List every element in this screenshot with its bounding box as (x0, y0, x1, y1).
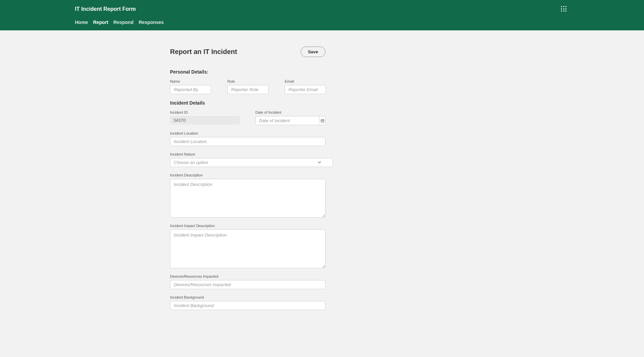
label-description: Incident Description (170, 173, 326, 177)
personal-details-row: Name Role Email (170, 79, 326, 94)
nav-tabs: Home Report Respond Responses (0, 14, 644, 30)
input-background[interactable] (170, 301, 326, 310)
form-group-devices: Devices/Resources Impacted (170, 274, 326, 289)
textarea-description[interactable] (170, 179, 326, 218)
page-header: Report an IT Incident Save (170, 47, 326, 57)
form-group-impact: Incident Impact Description (170, 224, 326, 268)
label-location: Incident Location (170, 131, 326, 135)
form-group-email: Email (285, 79, 326, 94)
input-incident-id (170, 116, 240, 125)
form-group-description: Incident Description (170, 173, 326, 218)
label-background: Incident Background (170, 295, 326, 299)
form-group-location: Incident Location (170, 131, 326, 146)
form-group-name: Name (170, 79, 211, 94)
date-picker-button[interactable] (319, 116, 326, 125)
form-group-background: Incident Background (170, 295, 326, 310)
select-wrapper-nature: Choose an option (170, 158, 326, 167)
nav-tab-report[interactable]: Report (93, 20, 108, 25)
label-date: Date of Incident (255, 110, 326, 114)
incident-id-date-row: Incident ID Date of Incident (170, 110, 326, 125)
input-location[interactable] (170, 137, 326, 146)
label-impact: Incident Impact Description (170, 224, 326, 228)
main-content: Report an IT Incident Save Personal Deta… (170, 30, 326, 330)
label-nature: Incident Nature (170, 152, 326, 156)
textarea-impact[interactable] (170, 229, 326, 268)
form-group-date: Date of Incident (255, 110, 326, 125)
input-name[interactable] (170, 85, 211, 94)
select-nature[interactable]: Choose an option (170, 158, 333, 167)
input-role[interactable] (227, 85, 269, 94)
input-date[interactable] (255, 116, 319, 125)
apps-grid-icon[interactable] (561, 6, 567, 12)
form-group-role: Role (227, 79, 269, 94)
save-button[interactable]: Save (301, 47, 326, 57)
page-title: Report an IT Incident (170, 48, 237, 56)
nav-tab-respond[interactable]: Respond (113, 20, 134, 25)
calendar-icon (320, 119, 325, 123)
section-title-personal: Personal Details: (170, 69, 326, 75)
section-title-incident: Incident Details (170, 100, 326, 106)
input-devices[interactable] (170, 280, 326, 289)
label-name: Name (170, 79, 211, 83)
input-email[interactable] (285, 85, 326, 94)
form-group-incident-id: Incident ID (170, 110, 240, 125)
nav-tab-responses[interactable]: Responses (139, 20, 164, 25)
nav-tab-home[interactable]: Home (75, 20, 88, 25)
label-devices: Devices/Resources Impacted (170, 274, 326, 278)
date-input-wrapper (255, 116, 326, 125)
label-role: Role (227, 79, 269, 83)
label-incident-id: Incident ID (170, 110, 240, 114)
header-top: IT Incident Report Form (0, 0, 644, 14)
form-group-nature: Incident Nature Choose an option (170, 152, 326, 167)
label-email: Email (285, 79, 326, 83)
app-title: IT Incident Report Form (75, 6, 136, 12)
header: IT Incident Report Form Home Report Resp… (0, 0, 644, 30)
